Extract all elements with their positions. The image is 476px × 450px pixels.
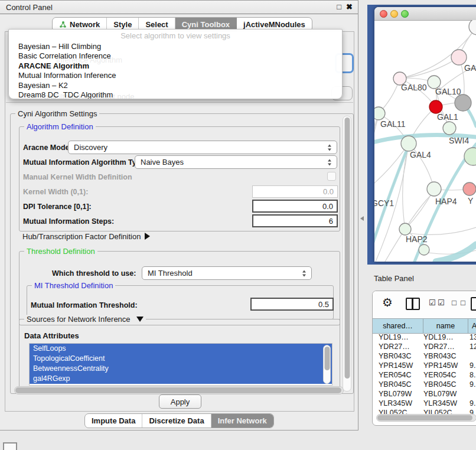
mi-steps-field[interactable]: 6 <box>252 214 338 227</box>
collapsed-arrow-icon <box>145 233 150 240</box>
aracne-mode-value: Discovery <box>74 143 107 152</box>
which-threshold-select[interactable]: MI Threshold <box>142 266 312 280</box>
table-cell: 8. <box>468 371 476 379</box>
tab-impute-data[interactable]: Impute Data <box>85 414 142 428</box>
table-row[interactable]: YLR345WYLR345W9. <box>373 399 476 408</box>
network-node[interactable] <box>374 107 385 120</box>
table-horizontal-scrollbar[interactable] <box>376 414 476 422</box>
mi-algorithm-type-select[interactable]: Naive Bayes <box>135 155 337 169</box>
float-window-icon[interactable]: □ <box>337 2 341 11</box>
network-node[interactable] <box>469 20 476 35</box>
scrollbar-thumb[interactable] <box>377 415 472 420</box>
minimized-panel-icon[interactable] <box>3 442 17 450</box>
network-edge-thick[interactable] <box>436 244 476 262</box>
network-node[interactable] <box>464 148 476 165</box>
dpi-tolerance-field[interactable]: 0.0 <box>252 200 338 213</box>
column-browser-icon[interactable] <box>406 298 420 310</box>
algorithm-option[interactable]: Basic Correlation Inference <box>10 51 341 61</box>
network-node[interactable] <box>429 100 442 113</box>
attribute-item[interactable]: SelfLoops <box>30 344 332 354</box>
network-node[interactable] <box>443 122 456 135</box>
expanded-arrow-icon <box>136 317 144 322</box>
table-row[interactable]: YDL19…YDL19…13 <box>373 332 476 342</box>
algorithm-option[interactable]: Bayesian – K2 <box>10 81 341 90</box>
close-traffic-light-icon[interactable] <box>380 10 387 18</box>
hub-definition-toggle[interactable]: Hub/Transcription Factor Definition <box>22 232 150 241</box>
network-node[interactable] <box>455 94 471 111</box>
network-edge[interactable] <box>374 113 379 190</box>
algorithm-option[interactable]: ARACNE Algorithm <box>10 61 341 71</box>
table-row[interactable]: YBR043CYBR043C <box>373 351 476 361</box>
unchecked-checkbox-icon[interactable]: □ <box>452 298 457 307</box>
unchecked-checkbox-icon[interactable]: □ <box>461 298 465 307</box>
node-label: HAP4 <box>435 197 457 206</box>
table-row[interactable]: YBL079WYBL079W <box>373 389 476 399</box>
column-header[interactable]: shared… <box>373 319 423 333</box>
apply-button[interactable]: Apply <box>159 394 201 409</box>
table-row[interactable]: YPR145WYPR145W9. <box>373 361 476 370</box>
network-node[interactable] <box>427 182 441 196</box>
network-edge[interactable] <box>409 227 476 234</box>
network-window-titlebar[interactable] <box>374 7 476 21</box>
network-node[interactable] <box>463 182 476 195</box>
sources-group-title[interactable]: Sources for Network Inference <box>24 315 146 324</box>
algorithm-option[interactable]: Dream8 DC_TDC Algorithm <box>10 90 341 99</box>
table-row[interactable]: YIL052CYIL052C9 <box>373 408 476 414</box>
manual-kernel-checkbox[interactable] <box>327 172 336 181</box>
cyni-horizontal-scrollbar[interactable] <box>14 386 344 394</box>
split-divider-arrow[interactable] <box>360 216 364 221</box>
mi-type-label: Mutual Information Algorithm Type: <box>23 158 147 167</box>
attribute-list-scrollbar[interactable] <box>323 345 331 384</box>
kernel-width-field[interactable]: 0.0 <box>252 185 338 198</box>
algorithm-option[interactable]: Bayesian – Hill Climbing <box>10 42 341 51</box>
network-node[interactable] <box>401 136 416 151</box>
node-label: HAP2 <box>406 234 428 244</box>
network-node[interactable] <box>399 223 411 235</box>
zoom-traffic-light-icon[interactable] <box>401 10 409 18</box>
table-cell: YDR27… <box>373 343 423 351</box>
table-cell: YDL19… <box>373 333 423 341</box>
table-cell: YLR345W <box>423 399 468 407</box>
cyni-vertical-scrollbar[interactable] <box>343 116 351 392</box>
scrollbar-thumb[interactable] <box>15 387 341 393</box>
tab-discretize-data[interactable]: Discretize Data <box>142 414 211 428</box>
new-column-icon[interactable] <box>471 297 476 311</box>
node-label: GAL4 <box>410 150 431 159</box>
tab-label: Impute Data <box>92 416 135 425</box>
table-row[interactable]: YBR045CYBR045C9. <box>373 380 476 389</box>
attribute-list[interactable]: SelfLoopsTopologicalCoefficientBetweenne… <box>29 343 332 386</box>
attribute-item[interactable]: gal4RGexp <box>30 374 332 384</box>
minimize-traffic-light-icon[interactable] <box>390 10 398 18</box>
table-row[interactable]: YDR27…YDR27…12 <box>373 342 476 351</box>
settings-gear-icon[interactable]: ⚙ <box>382 296 393 308</box>
tab-infer-network[interactable]: Infer Network <box>211 414 273 428</box>
tab-label: Select <box>145 20 168 29</box>
network-node[interactable] <box>419 244 429 255</box>
screen: { "window": { "title": "Control Panel", … <box>0 0 476 450</box>
threshold-definition-title: Threshold Definition <box>24 247 97 256</box>
aracne-mode-select[interactable]: Discovery <box>68 141 337 154</box>
network-canvas[interactable]: GALGAL80GAL10GAL1GAL11SWI4GAL4HAP4YGCY1H… <box>374 20 476 262</box>
checked-checkbox-icon[interactable]: ☑ <box>438 298 445 307</box>
mi-threshold-field[interactable]: 0.5 <box>250 298 334 311</box>
cyni-settings-group-title: Cyni Algorithm Settings <box>15 109 99 118</box>
scrollbar-thumb[interactable] <box>324 347 330 370</box>
hub-definition-label: Hub/Transcription Factor Definition <box>22 232 141 241</box>
dpi-tolerance-label: DPI Tolerance [0,1]: <box>23 203 92 211</box>
attribute-item[interactable]: TopologicalCoefficient <box>30 354 332 364</box>
kernel-width-value: 0.0 <box>323 187 334 196</box>
column-header[interactable]: A <box>468 319 476 333</box>
scrollbar-thumb[interactable] <box>344 118 350 379</box>
node-label: SWI4 <box>449 136 469 145</box>
table-row[interactable]: YER054CYER054C8. <box>373 370 476 380</box>
table-cell: YPR145W <box>423 361 468 370</box>
bottom-tabbar: Impute DataDiscretize DataInfer Network <box>84 413 274 428</box>
column-header[interactable]: name <box>423 319 468 333</box>
algorithm-option[interactable]: Mutual Information Inference <box>10 71 341 80</box>
algorithm-list: Bayesian – Hill ClimbingBasic Correlatio… <box>10 42 341 99</box>
checked-checkbox-icon[interactable]: ☑ <box>429 298 436 307</box>
close-icon[interactable]: ✖ <box>346 2 353 11</box>
network-edge[interactable] <box>374 144 409 190</box>
attribute-item[interactable]: BetweennessCentrality <box>30 364 332 374</box>
table-cell: 9. <box>468 361 476 370</box>
